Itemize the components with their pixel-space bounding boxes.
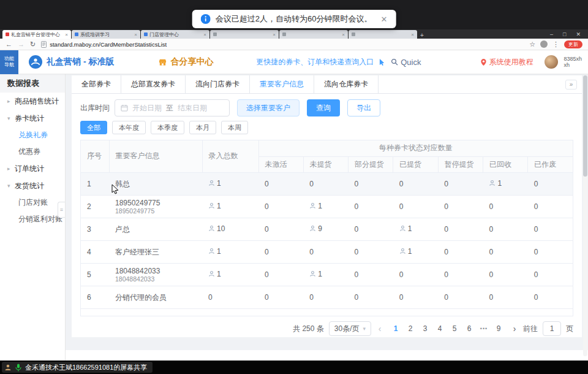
tab-hq-direct-cards[interactable]: 总部直发券卡 [121, 75, 186, 93]
cell-status-recycled: 0 [483, 240, 527, 263]
new-tab-button[interactable]: + [420, 32, 424, 39]
status-count-link[interactable]: 1 [489, 179, 502, 188]
function-nav-toggle[interactable]: 功能 导航 [0, 50, 18, 74]
status-count-link[interactable]: 18 [309, 315, 326, 316]
next-page-button[interactable]: › [511, 324, 518, 334]
cell-status-not-picked: 9 [303, 218, 348, 240]
sidebar-item-shipping-stats[interactable]: ▾ 发货统计 [0, 177, 65, 194]
status-count-link[interactable]: 1 [399, 247, 412, 256]
pager-page[interactable]: 1 [390, 324, 402, 333]
share-center-link[interactable]: 合分享中心 [158, 56, 213, 67]
prev-page-button[interactable]: ‹ [376, 324, 383, 334]
table-row: 3 卢总 10 0 9 0 1 0 0 0 [81, 218, 573, 240]
status-count-link[interactable]: 9 [309, 224, 322, 233]
tab-close-icon[interactable]: × [65, 32, 68, 37]
tab-all-cards[interactable]: 全部券卡 [72, 75, 121, 93]
collapse-panel-icon[interactable]: » [565, 80, 577, 90]
tab-close-icon[interactable]: × [411, 32, 414, 37]
page-size-select[interactable]: 30条/页 ▾ [329, 321, 371, 336]
window-maximize-button[interactable]: □ [563, 31, 566, 37]
back-icon[interactable]: ← [6, 40, 12, 48]
tab-close-icon[interactable]: × [203, 32, 206, 37]
cell-status-picked: 1 [393, 240, 438, 263]
table-row: 2 18950249775 18950249775 1 0 1 0 0 0 0 [81, 195, 573, 218]
tutorial-link[interactable]: 系统使用教程 [480, 57, 533, 67]
window-close-button[interactable]: ✕ [576, 31, 581, 37]
cell-status-picked: 0 [393, 172, 438, 195]
pager-page[interactable]: 4 [434, 324, 446, 333]
browser-tab[interactable]: × [210, 30, 279, 39]
forward-icon[interactable]: → [18, 40, 24, 48]
pager-page[interactable]: 3 [419, 324, 431, 333]
tab-close-icon[interactable]: × [134, 32, 137, 37]
tab-close-icon[interactable]: × [342, 32, 345, 37]
quick-filter-all[interactable]: 全部 [80, 121, 107, 134]
search-button[interactable]: 查询 [307, 99, 340, 116]
quick-filter-quarter[interactable]: 本季度 [151, 121, 184, 134]
sidebar-item-distribution-rebate[interactable]: 分销返利对账 [0, 211, 65, 227]
header-right: 更快捷的券卡、订单和快递查询入口 Quick 系统使用教程 8385xh xh [256, 55, 588, 69]
quick-filter-month[interactable]: 本月 [189, 121, 216, 134]
export-button[interactable]: 导出 [347, 99, 380, 116]
tab-favicon-icon [144, 32, 148, 36]
browser-tab[interactable]: × [279, 30, 348, 39]
refresh-icon[interactable]: ↻ [30, 40, 36, 48]
status-count-link[interactable]: 1 [208, 202, 221, 210]
cell-status-picked: 1 [393, 308, 438, 316]
cell-total: 0 [202, 286, 258, 308]
tab-store-flow-cards[interactable]: 流向门店券卡 [186, 75, 250, 93]
cell-status-partial-picked: 0 [349, 286, 393, 308]
tab-close-icon[interactable]: × [273, 32, 276, 37]
browser-tab[interactable]: 门店管理中心 × [141, 30, 209, 39]
quick-filter-year[interactable]: 本年度 [112, 121, 146, 134]
cell-total: 1 [202, 172, 258, 195]
browser-profile-avatar[interactable] [540, 40, 548, 48]
browser-tab[interactable]: × [349, 30, 417, 39]
browser-tab[interactable]: 礼盒营销平台管理中心 × [2, 30, 71, 39]
sidebar-item-product-sales-stats[interactable]: ▸ 商品销售统计 [0, 93, 65, 110]
select-customer-button[interactable]: 选择重要客户 [237, 99, 300, 116]
tab-warehouse-flow-cards[interactable]: 流向仓库券卡 [314, 75, 379, 93]
status-count-link[interactable]: 1 [309, 270, 322, 278]
browser-tab[interactable]: 系统培训学习 × [72, 30, 140, 39]
status-count-link[interactable]: 10 [208, 224, 225, 233]
window-minimize-button[interactable]: – [550, 31, 553, 37]
pager-page[interactable]: 6 [463, 324, 475, 333]
status-count-link[interactable]: 1 [399, 315, 412, 316]
pager-page[interactable]: 2 [404, 324, 417, 333]
browser-update-button[interactable]: 更新 [564, 40, 582, 48]
status-count-link[interactable]: 1 [399, 224, 412, 233]
sidebar-item-order-stats[interactable]: ▸ 订单统计 [0, 160, 65, 177]
sidebar-item-discount-coupon[interactable]: 优惠券 [0, 143, 65, 160]
cell-index: 4 [81, 240, 109, 263]
pager-page[interactable]: 5 [448, 324, 461, 333]
pager-ellipsis[interactable]: ••• [478, 326, 490, 332]
status-count-link[interactable]: 1 [208, 247, 221, 256]
browser-menu-icon[interactable]: ⋮ [552, 40, 559, 48]
sidebar-item-store-reconciliation[interactable]: 门店对账 [0, 194, 65, 211]
card-count-icon [309, 202, 316, 209]
quick-search[interactable]: Quick [391, 58, 421, 67]
goto-label: 前往 [523, 324, 538, 334]
sidebar-collapse-handle[interactable]: ≡ [58, 202, 65, 218]
vertical-scrollbar[interactable] [583, 75, 587, 356]
sidebar-item-exchange-coupon[interactable]: 兑换礼券 [0, 127, 65, 143]
pager-page[interactable]: 9 [492, 324, 505, 333]
user-avatar[interactable] [545, 55, 558, 69]
sidebar-item-card-stats[interactable]: ▾ 券卡统计 [0, 110, 65, 127]
goto-page-input[interactable] [543, 321, 561, 336]
tab-important-customers[interactable]: 重要客户信息 [250, 75, 314, 93]
status-count-link[interactable]: 1 [208, 270, 221, 278]
address-url[interactable]: standard.maboy.cn/CardMemberStatisticsLi… [41, 41, 524, 48]
scrollbar-thumb[interactable] [583, 75, 587, 177]
status-count-link[interactable]: 1 [309, 202, 322, 210]
status-count-link[interactable]: 1 [208, 179, 221, 188]
user-name[interactable]: 8385xh xh [564, 56, 582, 68]
cell-customer: 韩总 [109, 172, 202, 195]
quick-filter-week[interactable]: 本周 [221, 121, 248, 134]
status-count-link[interactable]: 20 [208, 315, 225, 316]
quick-entry-link[interactable]: 更快捷的券卡、订单和快递查询入口 [256, 57, 374, 67]
bookmark-icon[interactable]: ☆ [529, 40, 535, 48]
toast-close-icon[interactable]: ✕ [380, 15, 387, 24]
date-range-input[interactable]: 开始日期 至 结束日期 [115, 99, 230, 116]
